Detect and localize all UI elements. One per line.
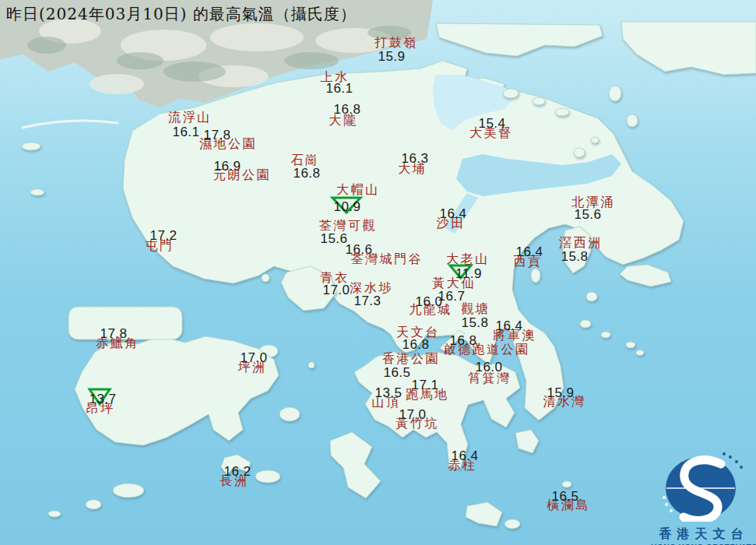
station-value: 16.2 <box>223 465 251 478</box>
station-label: 上水 16.1 <box>0 0 756 545</box>
station-name: 觀塘 <box>462 303 491 316</box>
station-value: 16.4 <box>439 207 466 220</box>
station-label: 香港公園 16.5 <box>0 0 756 545</box>
station-name: 上水 <box>321 71 350 84</box>
station-value: 17.0 <box>399 408 426 421</box>
station-name: 九龍城 <box>409 304 452 317</box>
station-value: 16.3 <box>401 152 428 165</box>
station-name: 赤柱 <box>448 459 477 473</box>
station-label: 大美督 15.4 <box>0 0 756 545</box>
station-name: 清水灣 <box>543 396 586 409</box>
station-label: 跑馬地 17.1 <box>0 0 756 545</box>
station-name: 赤鱲角 <box>96 337 139 350</box>
station-value: 15.8 <box>561 250 588 263</box>
station-name: 跑馬地 <box>406 389 449 402</box>
station-value: 17.0 <box>322 283 350 297</box>
station-name: 啟德跑道公園 <box>444 343 530 357</box>
station-value: 17.8 <box>203 128 230 142</box>
station-label: 黃竹坑 17.0 <box>0 0 756 545</box>
station-name: 流浮山 <box>168 111 212 125</box>
station-name: 打鼓嶺 <box>374 37 418 50</box>
station-name: 大帽山 <box>336 184 380 197</box>
station-value: 13.5 <box>374 386 402 399</box>
station-value: 10.9 <box>333 200 360 213</box>
station-name: 荃灣可觀 <box>319 220 377 233</box>
min-marker-icon <box>331 196 362 214</box>
station-value: 16.4 <box>495 319 522 332</box>
station-label: 屯門 17.2 <box>0 0 756 545</box>
station-label: 九龍城 16.0 <box>0 0 756 545</box>
station-name: 北潭涌 <box>571 196 615 209</box>
station-label: 深水埗 17.3 <box>0 0 756 545</box>
station-name: 昂坪 <box>86 403 115 416</box>
station-name: 西貢 <box>514 255 543 269</box>
station-name: 筲箕灣 <box>468 372 512 385</box>
station-value: 16.0 <box>475 360 502 374</box>
station-name: 滘西洲 <box>559 237 603 250</box>
station-value: 16.8 <box>449 334 476 347</box>
station-label: 荃灣城門谷 16.6 <box>0 0 756 545</box>
station-name: 黃竹坑 <box>396 417 439 431</box>
station-value: 13.7 <box>89 392 116 406</box>
station-value: 16.7 <box>438 290 465 303</box>
station-label: 元朗公園 16.9 <box>0 0 756 545</box>
station-label: 滘西洲 15.8 <box>0 0 756 545</box>
station-label: 石崗 16.8 <box>0 0 756 545</box>
station-label: 濕地公園 17.8 <box>0 0 756 545</box>
station-value: 17.3 <box>353 294 381 308</box>
station-label: 大隴 16.8 <box>0 0 756 545</box>
station-name: 大隴 <box>329 114 358 128</box>
station-value: 11.9 <box>455 267 482 280</box>
station-value: 17.8 <box>100 327 127 340</box>
weather-map-page: 昨日(2024年03月10日) 的最高氣溫（攝氏度） 打鼓嶺 15.9 上水 1… <box>0 0 756 545</box>
station-name: 沙田 <box>437 217 466 230</box>
station-label: 流浮山 16.1 <box>0 0 756 545</box>
station-name: 石崗 <box>291 154 320 167</box>
station-name: 大老山 <box>446 253 490 266</box>
station-value: 16.5 <box>551 490 578 503</box>
station-value: 16.4 <box>515 245 543 258</box>
station-label: 長洲 16.2 <box>0 0 756 545</box>
station-value: 16.0 <box>415 295 442 308</box>
station-label: 荃灣可觀 15.6 <box>0 0 756 545</box>
station-label: 啟德跑道公園 16.8 <box>0 0 756 545</box>
station-value: 16.4 <box>451 449 478 462</box>
station-value: 16.8 <box>293 167 320 180</box>
stations-layer: 打鼓嶺 15.9 上水 16.1 大隴 16.8 大美督 15.4 流浮山 16… <box>0 0 756 545</box>
station-label: 筲箕灣 16.0 <box>0 0 756 545</box>
station-name: 橫瀾島 <box>547 499 590 512</box>
station-label: 青衣 17.0 <box>0 0 756 545</box>
station-value: 16.1 <box>325 82 353 95</box>
station-value: 15.6 <box>574 208 601 221</box>
station-value: 17.1 <box>411 378 438 392</box>
hko-emblem-icon <box>651 450 756 522</box>
station-name: 元朗公園 <box>213 169 271 182</box>
station-label: 大埔 16.3 <box>0 0 756 545</box>
station-value: 17.0 <box>240 351 267 364</box>
station-label: 黃大仙 16.7 <box>0 0 756 545</box>
hko-logo: 香港天文台 HONG KONG OBSERVATORY <box>651 450 756 545</box>
station-label: 北潭涌 15.6 <box>0 0 756 545</box>
station-label: 坪洲 17.0 <box>0 0 756 545</box>
station-value: 15.9 <box>378 50 405 63</box>
station-name: 深水埗 <box>350 282 393 295</box>
station-label: 天文台 16.8 <box>0 0 756 545</box>
min-marker-icon <box>88 388 111 406</box>
station-value: 16.5 <box>383 366 410 379</box>
station-name: 大美督 <box>469 127 513 140</box>
station-label: 昂坪 13.7 <box>0 0 756 545</box>
station-name: 青衣 <box>321 272 350 285</box>
station-value: 15.8 <box>461 316 488 329</box>
station-label: 觀塘 15.8 <box>0 0 756 545</box>
station-value: 15.4 <box>478 117 505 130</box>
station-value: 16.6 <box>345 243 372 256</box>
station-label: 大老山 11.9 <box>0 0 756 545</box>
station-name: 屯門 <box>146 240 174 253</box>
station-label: 西貢 16.4 <box>0 0 756 545</box>
station-value: 15.6 <box>320 232 347 245</box>
station-label: 將軍澳 16.4 <box>0 0 756 545</box>
station-label: 赤柱 16.4 <box>0 0 756 545</box>
station-label: 沙田 16.4 <box>0 0 756 545</box>
station-value: 15.9 <box>547 386 574 399</box>
min-marker-icon <box>448 264 473 280</box>
